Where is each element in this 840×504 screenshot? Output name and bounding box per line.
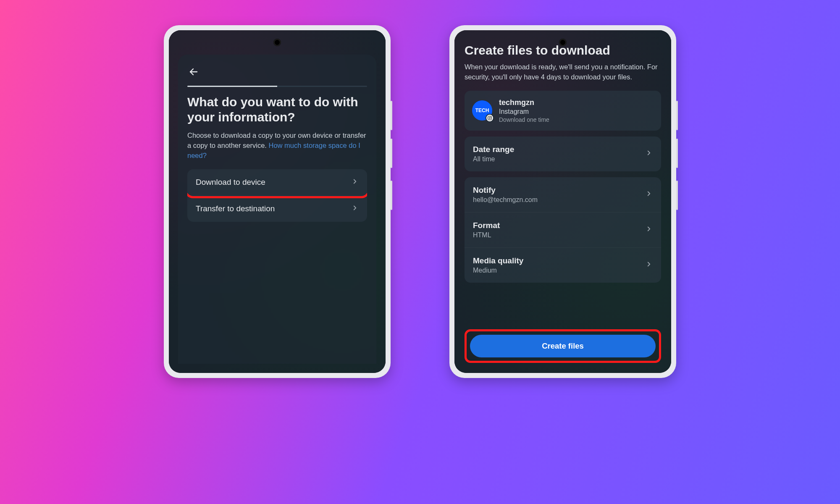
row-date-range[interactable]: Date range All time xyxy=(465,136,661,171)
chevron-right-icon xyxy=(645,190,653,199)
phone-right-inner: Create files to download When your downl… xyxy=(454,30,671,373)
settings-card: Notify hello@techmgzn.com Format HTML xyxy=(465,177,661,283)
account-service: Instagram xyxy=(499,108,549,116)
row-value: All time xyxy=(473,155,514,163)
options-card: Download to device Transfer to destinati… xyxy=(187,169,367,222)
row-label: Media quality xyxy=(473,256,523,265)
option-transfer-to-destination[interactable]: Transfer to destination xyxy=(187,195,367,222)
chevron-right-icon xyxy=(645,149,653,158)
progress-bar xyxy=(187,86,367,87)
row-value: hello@techmgzn.com xyxy=(473,196,538,204)
page-title: What do you want to do with your informa… xyxy=(187,94,367,125)
option-label: Download to device xyxy=(196,178,265,187)
row-notify[interactable]: Notify hello@techmgzn.com xyxy=(465,177,661,212)
svg-point-3 xyxy=(491,117,491,117)
front-camera xyxy=(273,39,281,46)
account-row[interactable]: TECH techmgzn Instagram Download one tim… xyxy=(465,91,661,131)
create-files-button[interactable]: Create files xyxy=(470,335,656,357)
row-label: Notify xyxy=(473,186,538,195)
option-download-to-device[interactable]: Download to device xyxy=(187,169,367,195)
row-label: Date range xyxy=(473,145,514,154)
row-format[interactable]: Format HTML xyxy=(465,212,661,247)
phone-left: What do you want to do with your informa… xyxy=(164,25,391,378)
screen-left: What do you want to do with your informa… xyxy=(169,30,386,373)
tutorial-two-phones: What do you want to do with your informa… xyxy=(0,17,840,504)
cta-highlight: Create files xyxy=(465,329,661,363)
account-name: techmgzn xyxy=(499,98,549,107)
row-label: Format xyxy=(473,221,500,230)
row-value: HTML xyxy=(473,231,500,239)
avatar: TECH xyxy=(472,100,492,121)
row-media-quality[interactable]: Media quality Medium xyxy=(465,247,661,283)
page-subtitle: When your download is ready, we'll send … xyxy=(465,62,661,82)
chevron-right-icon xyxy=(351,178,359,187)
row-value: Medium xyxy=(473,267,523,274)
sheet-left: What do you want to do with your informa… xyxy=(178,55,376,364)
account-note: Download one time xyxy=(499,116,549,123)
chevron-right-icon xyxy=(645,260,653,270)
back-button[interactable] xyxy=(187,66,200,78)
arrow-left-icon xyxy=(189,67,199,77)
instagram-badge-icon xyxy=(486,114,494,122)
date-range-card: Date range All time xyxy=(465,136,661,171)
page-subtitle: Choose to download a copy to your own de… xyxy=(187,131,367,161)
svg-point-2 xyxy=(489,117,491,119)
screen-right: Create files to download When your downl… xyxy=(454,30,671,373)
chevron-right-icon xyxy=(645,225,653,234)
avatar-text: TECH xyxy=(475,108,489,113)
phone-right: Create files to download When your downl… xyxy=(449,25,676,378)
phone-left-inner: What do you want to do with your informa… xyxy=(169,30,386,373)
front-camera xyxy=(559,39,567,46)
option-label: Transfer to destination xyxy=(196,204,275,213)
chevron-right-icon xyxy=(351,204,359,213)
account-card: TECH techmgzn Instagram Download one tim… xyxy=(465,91,661,131)
